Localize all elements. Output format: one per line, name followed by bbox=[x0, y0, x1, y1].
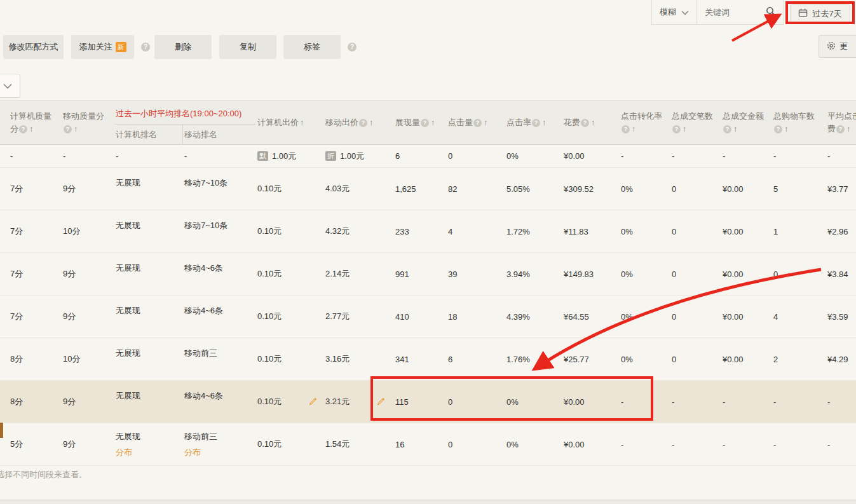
tag-button[interactable]: 标签 bbox=[283, 35, 341, 59]
help-icon[interactable]: ? bbox=[622, 125, 630, 133]
cell-impressions: 1,625 bbox=[394, 168, 447, 210]
cell-carts: - bbox=[772, 423, 826, 465]
cell-orders: 0 bbox=[670, 338, 721, 380]
cell-avg_click_cost: - bbox=[826, 145, 856, 167]
date-range-button[interactable]: 过去7天 bbox=[790, 4, 850, 23]
sort-arrow-icon[interactable]: ↑ bbox=[542, 118, 547, 127]
bid-value: 0.10元 bbox=[257, 268, 282, 280]
column-label: 展现量 bbox=[395, 118, 420, 127]
column-label: 总购物车数 bbox=[773, 111, 815, 121]
cell-ctr: 0% bbox=[505, 145, 562, 167]
column-header-mobile_quality[interactable]: 移动质量分?↑ bbox=[62, 101, 114, 144]
cell-conv_rate: 0% bbox=[620, 296, 670, 337]
cell-cost: ¥11.83 bbox=[562, 210, 620, 252]
calendar-icon bbox=[798, 8, 808, 19]
rank-value: 移动4~6条 bbox=[184, 305, 223, 317]
column-header-clicks[interactable]: 点击量?↑ bbox=[447, 101, 505, 144]
cell-computer_rank: 无展现分布 bbox=[114, 423, 183, 465]
help-icon[interactable]: ? bbox=[473, 119, 482, 127]
bid-type-badge: 折 bbox=[325, 151, 336, 161]
cell-mobile_quality: 9分 bbox=[62, 253, 114, 295]
distribution-link[interactable]: 分布 bbox=[184, 447, 201, 458]
rank-value: - bbox=[184, 151, 187, 161]
bid-value: 4.32元 bbox=[325, 226, 350, 237]
sort-arrow-icon[interactable]: ↑ bbox=[591, 118, 595, 127]
edit-pencil-icon[interactable] bbox=[376, 397, 385, 406]
column-header-revenue[interactable]: 总成交金额?↑ bbox=[721, 101, 772, 144]
cell-cost: ¥25.77 bbox=[562, 338, 620, 380]
sort-arrow-icon[interactable]: ↑ bbox=[733, 124, 738, 133]
chevron-down-icon bbox=[3, 81, 12, 91]
table-row: ----默1.00元折1.00元600%¥0.00----- bbox=[0, 145, 856, 168]
sort-arrow-icon[interactable]: ↑ bbox=[74, 124, 78, 133]
help-icon[interactable]: ? bbox=[532, 119, 540, 127]
sort-arrow-icon[interactable]: ↑ bbox=[29, 124, 34, 133]
sort-arrow-icon[interactable]: ↑ bbox=[300, 118, 304, 127]
help-icon[interactable]: ? bbox=[672, 125, 681, 133]
column-header-computer_quality[interactable]: 计算机质量分?↑ bbox=[9, 101, 62, 144]
help-icon[interactable]: ? bbox=[141, 43, 150, 51]
column-header-computer_bid[interactable]: 计算机出价↑ bbox=[256, 101, 324, 144]
sort-arrow-icon[interactable]: ↑ bbox=[484, 118, 488, 127]
fuzzy-match-dropdown[interactable]: 模糊 bbox=[651, 0, 696, 24]
cell-conv_rate: 0% bbox=[620, 338, 670, 380]
sort-arrow-icon[interactable]: ↑ bbox=[784, 124, 789, 133]
gear-icon bbox=[826, 41, 836, 53]
help-icon[interactable]: ? bbox=[774, 125, 782, 133]
cell-orders: - bbox=[670, 145, 721, 167]
distribution-link[interactable]: 分布 bbox=[116, 447, 132, 458]
sort-arrow-icon[interactable]: ↑ bbox=[369, 118, 374, 127]
help-icon[interactable]: ? bbox=[836, 125, 845, 133]
bid-value: 3.16元 bbox=[325, 353, 350, 365]
cell-conv_rate: - bbox=[620, 423, 670, 465]
column-header-avg_click_cost[interactable]: 平均点击费?↑ bbox=[826, 101, 856, 144]
column-header-mobile_bid[interactable]: 移动出价?↑ bbox=[324, 101, 394, 144]
cell-computer_rank: 无展现 bbox=[114, 168, 183, 210]
rank-value: 无展现 bbox=[116, 177, 140, 189]
search-icon[interactable] bbox=[766, 6, 776, 18]
column-header-cost[interactable]: 花费?↑ bbox=[562, 101, 620, 144]
fuzzy-match-label: 模糊 bbox=[660, 6, 676, 18]
sort-arrow-icon[interactable]: ↑ bbox=[632, 124, 636, 133]
modify-match-button[interactable]: 修改匹配方式 bbox=[3, 35, 64, 59]
sort-arrow-icon[interactable]: ↑ bbox=[683, 124, 687, 133]
cell-mobile_rank: - bbox=[183, 145, 256, 167]
column-header-ctr[interactable]: 点击率?↑ bbox=[505, 101, 562, 144]
help-icon[interactable]: ? bbox=[723, 125, 731, 133]
help-icon[interactable]: ? bbox=[359, 119, 367, 127]
date-range-label: 过去7天 bbox=[812, 8, 841, 20]
cell-impressions: 341 bbox=[394, 338, 447, 380]
help-icon[interactable]: ? bbox=[348, 43, 357, 51]
help-icon[interactable]: ? bbox=[64, 125, 72, 133]
cell-conv_rate: 0% bbox=[620, 168, 670, 210]
cell-avg_click_cost: ¥3.84 bbox=[826, 253, 856, 295]
cell-computer_rank: 无展现 bbox=[114, 210, 183, 252]
column-header-carts[interactable]: 总购物车数?↑ bbox=[772, 101, 826, 144]
cell-ctr: 5.05% bbox=[505, 168, 562, 210]
bid-value: 3.21元 bbox=[325, 396, 350, 407]
keyword-search-input[interactable] bbox=[705, 8, 749, 17]
column-settings-button[interactable]: 更 bbox=[819, 35, 856, 58]
column-header-orders[interactable]: 总成交笔数?↑ bbox=[670, 101, 721, 144]
sort-arrow-icon[interactable]: ↑ bbox=[846, 124, 851, 133]
help-icon[interactable]: ? bbox=[421, 119, 429, 127]
cell-mobile_quality: - bbox=[62, 145, 114, 167]
cell-revenue: ¥0.00 bbox=[721, 296, 772, 337]
keyword-search-box bbox=[696, 0, 784, 24]
edit-pencil-icon[interactable] bbox=[308, 397, 317, 406]
sort-arrow-icon[interactable]: ↑ bbox=[431, 118, 435, 127]
cell-avg_click_cost: - bbox=[826, 381, 856, 423]
add-watch-button[interactable]: 添加关注 新 bbox=[71, 35, 134, 59]
copy-button[interactable]: 复制 bbox=[219, 35, 276, 59]
help-icon[interactable]: ? bbox=[581, 119, 589, 127]
column-label: 点击率 bbox=[506, 118, 531, 127]
cell-mobile_bid: 4.32元 bbox=[324, 210, 394, 252]
help-icon[interactable]: ? bbox=[19, 125, 27, 133]
column-header-conv_rate[interactable]: 点击转化率?↑ bbox=[620, 101, 670, 144]
expand-filter-button[interactable] bbox=[0, 74, 20, 98]
delete-button[interactable]: 删除 bbox=[154, 35, 212, 59]
rank-value: 无展现 bbox=[116, 431, 140, 442]
cell-mobile_quality: 10分 bbox=[62, 338, 114, 380]
column-header-impressions[interactable]: 展现量?↑ bbox=[394, 101, 447, 144]
cell-mobile_quality: 9分 bbox=[62, 296, 114, 337]
